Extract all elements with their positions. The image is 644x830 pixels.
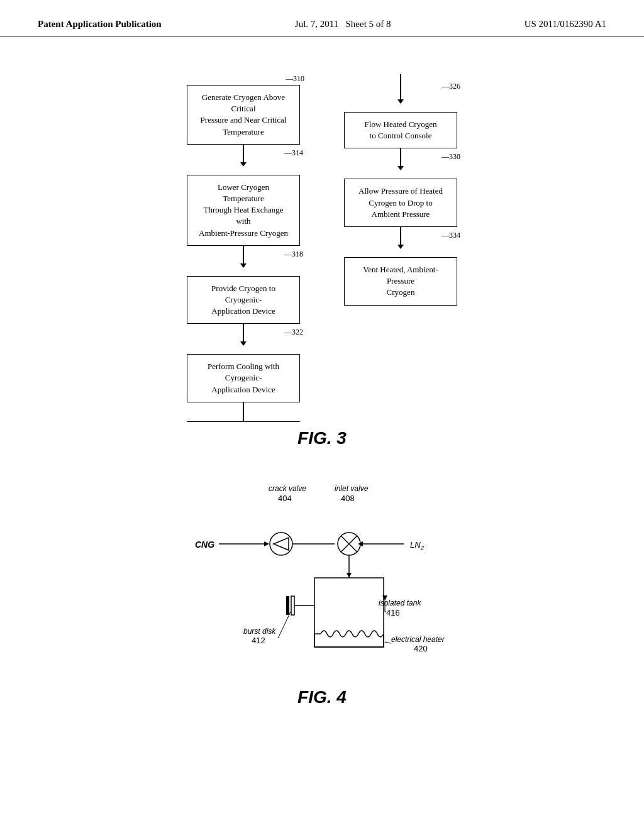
electrical-heater-num: 420: [414, 644, 428, 653]
inlet-valve-label: inlet valve: [335, 484, 369, 493]
cng-label: CNG: [195, 540, 214, 550]
fig3-diagram: —310 Generate Cryogen Above CriticalPres…: [184, 74, 460, 422]
step-318-label: —318: [284, 250, 303, 259]
publication-date: Jul. 7, 2011: [295, 19, 338, 29]
svg-line-7: [278, 612, 291, 638]
isolated-tank-rect: [314, 578, 384, 647]
step-318-box: Provide Cryogen to Cryogenic-Application…: [187, 276, 300, 324]
fig3-right-col: —326 Flow Heated Cryogento Control Conso…: [341, 74, 460, 422]
step-310-box: Generate Cryogen Above CriticalPressure …: [187, 85, 300, 145]
header-center: Jul. 7, 2011 Sheet 5 of 8: [295, 19, 391, 30]
crack-valve-triangle: [274, 538, 289, 550]
step-334-box: Vent Heated, Ambient-PressureCryogen: [344, 257, 457, 306]
fig4-section: crack valve inlet valve 404 408 CNG LN 2: [38, 473, 606, 733]
ln2-label: LN: [410, 540, 421, 550]
step-322-box: Perform Cooling with Cyrogenic-Applicati…: [187, 354, 300, 402]
fig3-left-col: —310 Generate Cryogen Above CriticalPres…: [184, 74, 303, 422]
svg-line-12: [385, 642, 391, 643]
step-314-box: Lower Cryogen TemperatureThrough Heat Ex…: [187, 175, 300, 246]
burst-disk-label: burst disk: [243, 627, 276, 636]
step-334-label: —334: [441, 231, 460, 240]
burst-disk-bar2: [291, 596, 294, 615]
cng-arrowhead: [264, 541, 269, 546]
crack-valve-label: crack valve: [269, 484, 306, 493]
step-310-label: —310: [286, 74, 304, 84]
inlet-valve-num: 408: [341, 494, 355, 503]
burst-disk-num: 412: [252, 636, 265, 645]
tank-top-arrowhead: [347, 573, 352, 578]
sheet-info: Sheet 5 of 8: [346, 19, 391, 29]
fig3-caption: FIG. 3: [38, 428, 606, 448]
burst-disk-bar1: [286, 596, 289, 615]
step-326-label: —326: [441, 82, 460, 91]
step-330-box: Allow Pressure of HeatedCyrogen to Drop …: [344, 179, 457, 227]
isolated-tank-num: 416: [386, 608, 400, 617]
step-330-label: —330: [441, 152, 460, 162]
page-header: Patent Application Publication Jul. 7, 2…: [0, 0, 644, 36]
crack-valve-num: 404: [278, 494, 292, 503]
publication-title: Patent Application Publication: [38, 19, 162, 30]
step-314-label: —314: [284, 148, 303, 158]
patent-number: US 2011/0162390 A1: [525, 19, 606, 30]
step-326-box: Flow Heated Cryogento Control Console: [344, 112, 457, 148]
step-322-label: —322: [284, 328, 303, 337]
fig4-caption: FIG. 4: [297, 687, 347, 707]
electrical-heater-label: electrical heater: [391, 635, 445, 644]
main-content: —310 Generate Cryogen Above CriticalPres…: [0, 36, 644, 758]
fig4-svg: crack valve inlet valve 404 408 CNG LN 2: [171, 473, 473, 681]
ln2-subscript: 2: [420, 545, 424, 551]
fig4-diagram: crack valve inlet valve 404 408 CNG LN 2: [171, 473, 473, 681]
electrical-heater-symbol: [321, 631, 384, 637]
